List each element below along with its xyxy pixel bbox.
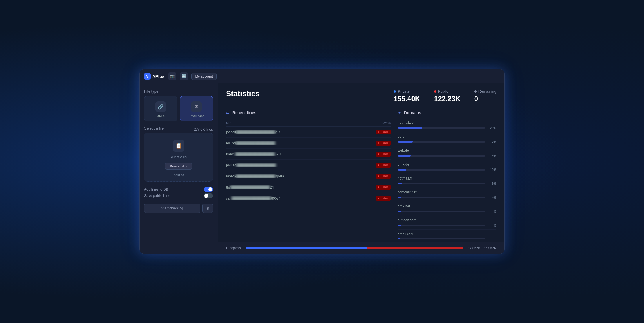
table-row: francil████████████████598 Public <box>226 149 391 160</box>
start-checking-row: Start checking ⚙ <box>144 204 213 213</box>
main-panel: Statistics Private 155.40K Public <box>218 83 504 254</box>
logo-area: A APlus <box>144 73 165 80</box>
toggles-section: Add lines to DB Save public lines <box>144 186 213 199</box>
emailpass-icon: ✉ <box>191 101 202 112</box>
emailpass-label: Email:pass <box>189 114 204 118</box>
save-public-toggle[interactable] <box>204 193 213 198</box>
remaining-value: 0 <box>474 95 496 103</box>
recent-lines-section: ⇆ Recent lines URL Status joseeli███████… <box>226 107 391 242</box>
domain-bar-fill-outlook <box>398 225 401 226</box>
table-row: uw████████████████24 Public <box>226 182 391 193</box>
domain-bar-bg-webde <box>398 155 485 157</box>
camera-button[interactable]: 📷 <box>168 72 176 80</box>
urls-label: URLs <box>157 114 165 118</box>
table-row: paulag████████████████ Public <box>226 160 391 171</box>
domain-bar-bg-gmail <box>398 238 485 239</box>
file-type-emailpass[interactable]: ✉ Email:pass <box>180 96 213 121</box>
my-account-button[interactable]: My account <box>191 73 217 80</box>
status-badge-2: Public <box>376 152 391 157</box>
table-row: joseeli████████████████e15 Public <box>226 127 391 138</box>
domain-pct-hotmail: 28% <box>488 126 496 130</box>
private-label: Private <box>398 89 409 94</box>
line-url-3: paulag████████████████ <box>226 163 365 167</box>
sidebar: File type 🔗 URLs ✉ Email:pass Select a f… <box>140 83 218 254</box>
file-name: input.txt <box>173 173 184 177</box>
domain-name-comcast: comcast.net <box>398 190 496 194</box>
domain-name-outlook: outlook.com <box>398 218 496 222</box>
line-url-1: bri1bri████████████████ <box>226 141 365 145</box>
domain-name-gmxde: gmx.de <box>398 162 496 166</box>
settings-icon: ⚙ <box>206 206 209 211</box>
domain-bar-bg-hotmailfr <box>398 183 485 184</box>
domain-bar-bg-gmxnet <box>398 211 485 212</box>
domain-bar-fill-hotmail <box>398 127 422 129</box>
add-lines-toggle[interactable] <box>204 187 213 192</box>
col-status-label: Status <box>382 121 391 125</box>
domains-header: ✦ Domains <box>398 107 496 118</box>
progress-track <box>246 247 463 249</box>
remaining-label: Remaining <box>478 89 496 94</box>
domain-name-hotmailfr: hotmail.fr <box>398 176 496 180</box>
public-value: 122.23K <box>434 95 460 103</box>
stat-private: Private 155.40K <box>394 89 420 103</box>
line-url-6: san████████████████895@ <box>226 196 365 200</box>
domain-row-hotmail: hotmail.com 28% <box>398 118 496 132</box>
app-name: APlus <box>152 74 165 79</box>
panel-body: ⇆ Recent lines URL Status joseeli███████… <box>218 107 504 242</box>
table-header: URL Status <box>226 118 391 127</box>
svg-text:A: A <box>145 74 148 79</box>
progress-count: 277.62K / 277.62K <box>468 246 496 250</box>
line-url-2: francil████████████████598 <box>226 152 365 156</box>
domain-pct-webde: 15% <box>488 154 496 157</box>
settings-button[interactable]: ⚙ <box>202 204 213 213</box>
sidebar-file-type-section: File type 🔗 URLs ✉ Email:pass <box>144 89 213 121</box>
domain-row-gmxde: gmx.de 10% <box>398 160 496 174</box>
private-value: 155.40K <box>394 95 420 103</box>
app-window: A APlus 📷 🔤 My account File type 🔗 URLs … <box>139 69 505 254</box>
domain-row-hotmailfr: hotmail.fr 5% <box>398 174 496 188</box>
add-lines-label: Add lines to DB <box>144 187 168 191</box>
domain-name-hotmail: hotmail.com <box>398 121 496 125</box>
select-file-section: Select a file 277.6K lines 📋 Select a li… <box>144 126 213 182</box>
status-badge-5: Public <box>376 185 391 190</box>
recent-lines-icon: ⇆ <box>226 110 229 115</box>
domain-name-other: other <box>398 134 496 139</box>
table-row: san████████████████895@ Public <box>226 193 391 204</box>
domains-section: ✦ Domains hotmail.com 28% other <box>398 107 496 242</box>
domain-row-outlook: outlook.com 4% <box>398 216 496 230</box>
domain-bar-bg-gmxde <box>398 169 485 171</box>
domain-pct-other: 17% <box>488 140 496 143</box>
domain-bar-bg-outlook <box>398 225 485 226</box>
domain-bar-fill-gmxde <box>398 169 406 171</box>
progress-section: Progress 277.62K / 277.62K <box>218 242 504 254</box>
save-public-label: Save public lines <box>144 194 170 198</box>
add-lines-toggle-row: Add lines to DB <box>144 186 213 193</box>
public-label: Public <box>438 89 448 94</box>
browse-files-button[interactable]: Browse files <box>165 163 192 170</box>
file-type-label: File type <box>144 89 213 94</box>
main-content: File type 🔗 URLs ✉ Email:pass Select a f… <box>140 83 504 254</box>
progress-label: Progress <box>226 246 241 250</box>
domain-bar-fill-hotmailfr <box>398 183 402 184</box>
translate-button[interactable]: 🔤 <box>180 72 188 80</box>
domain-bar-fill-gmail <box>398 238 400 239</box>
select-list-text: Select a list <box>170 155 187 159</box>
domain-row-gmxnet: gmx.net 4% <box>398 202 496 216</box>
private-dot <box>394 90 396 93</box>
file-drop-icon: 📋 <box>173 140 184 152</box>
status-badge-0: Public <box>376 130 391 134</box>
domain-pct-gmxnet: 4% <box>488 210 496 213</box>
domain-pct-gmxde: 10% <box>488 168 496 171</box>
save-public-toggle-row: Save public lines <box>144 193 213 199</box>
start-checking-button[interactable]: Start checking <box>144 204 200 213</box>
domain-row-webde: web.de 15% <box>398 146 496 160</box>
domains-title: Domains <box>404 110 421 115</box>
domain-name-gmail: gmail.com <box>398 232 496 236</box>
domain-bar-fill-other <box>398 141 413 143</box>
domain-bar-fill-comcast <box>398 197 401 198</box>
logo-icon: A <box>144 73 151 80</box>
file-type-urls[interactable]: 🔗 URLs <box>144 96 177 121</box>
status-badge-3: Public <box>376 163 391 168</box>
remaining-dot <box>474 90 477 93</box>
file-drop-zone[interactable]: 📋 Select a list Browse files input.txt <box>144 133 213 182</box>
